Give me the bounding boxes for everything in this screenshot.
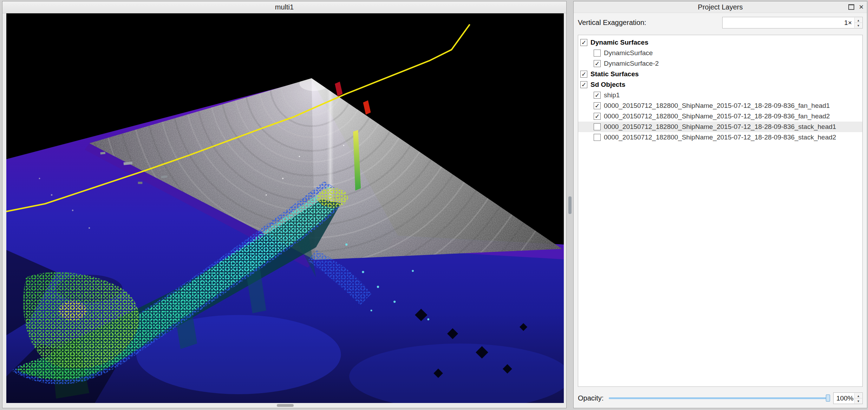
- float-icon[interactable]: [848, 4, 854, 10]
- spin-down-button[interactable]: ▾: [854, 398, 862, 403]
- tree-row-2[interactable]: ✓DynamicSurface-2: [578, 58, 862, 69]
- layer-checkbox[interactable]: ✓: [580, 39, 587, 46]
- close-icon[interactable]: ✕: [859, 4, 864, 10]
- viewport-titlebar[interactable]: multi1: [2, 1, 566, 13]
- layer-label: Sd Objects: [590, 81, 625, 89]
- spin-up-button[interactable]: ▴: [854, 18, 862, 23]
- layer-label: Static Surfaces: [590, 70, 639, 78]
- tree-row-9[interactable]: 0000_20150712_182800_ShipName_2015-07-12…: [578, 132, 862, 143]
- viewport-title: multi1: [275, 3, 294, 11]
- spin-up-button[interactable]: ▴: [854, 393, 862, 398]
- layer-checkbox[interactable]: [594, 50, 601, 57]
- opacity-slider[interactable]: [609, 391, 830, 405]
- splitter-handle[interactable]: [568, 196, 572, 214]
- viewport-hscrollbar[interactable]: [6, 404, 564, 407]
- panel-titlebar[interactable]: Project Layers ✕: [574, 1, 867, 13]
- layer-label: DynamicSurface: [604, 49, 653, 57]
- tree-row-0[interactable]: ✓Dynamic Surfaces: [578, 37, 862, 48]
- tree-row-1[interactable]: DynamicSurface: [578, 48, 862, 58]
- layer-label: 0000_20150712_182800_ShipName_2015-07-12…: [604, 112, 830, 120]
- vertical-exaggeration-spinner: ▴ ▾: [854, 18, 862, 28]
- opacity-slider-handle[interactable]: [826, 395, 830, 402]
- tree-row-7[interactable]: ✓0000_20150712_182800_ShipName_2015-07-1…: [578, 111, 862, 122]
- layer-checkbox[interactable]: ✓: [594, 60, 601, 67]
- layer-checkbox[interactable]: ✓: [594, 92, 601, 99]
- layer-label: ship1: [604, 91, 620, 99]
- 3d-viewport[interactable]: [6, 13, 564, 403]
- tree-row-4[interactable]: ✓Sd Objects: [578, 79, 862, 90]
- opacity-label: Opacity:: [578, 391, 603, 405]
- layer-label: 0000_20150712_182800_ShipName_2015-07-12…: [604, 123, 836, 131]
- viewport-window: multi1: [2, 1, 567, 408]
- 3d-scene[interactable]: [6, 13, 564, 403]
- spin-down-button[interactable]: ▾: [854, 23, 862, 28]
- opacity-value: 100%: [836, 393, 854, 404]
- layer-checkbox[interactable]: [594, 123, 601, 130]
- tree-row-5[interactable]: ✓ship1: [578, 90, 862, 100]
- opacity-spinbox[interactable]: 100% ▴ ▾: [833, 392, 863, 404]
- vertical-exaggeration-label: Vertical Exaggeration:: [578, 16, 646, 29]
- tree-row-8[interactable]: 0000_20150712_182800_ShipName_2015-07-12…: [578, 122, 862, 132]
- panel-title: Project Layers: [698, 3, 743, 11]
- layer-label: 0000_20150712_182800_ShipName_2015-07-12…: [604, 134, 836, 141]
- layer-checkbox[interactable]: ✓: [594, 102, 601, 109]
- vertical-exaggeration-input[interactable]: 1× ▴ ▾: [722, 17, 863, 28]
- layer-checkbox[interactable]: [594, 134, 601, 141]
- layer-checkbox[interactable]: ✓: [580, 71, 587, 78]
- layer-tree: ✓Dynamic SurfacesDynamicSurface✓DynamicS…: [578, 35, 863, 387]
- viewport-hscroll-thumb[interactable]: [277, 404, 294, 407]
- opacity-spinner: ▴ ▾: [854, 393, 862, 403]
- window-splitter[interactable]: [567, 1, 573, 408]
- tree-row-3[interactable]: ✓Static Surfaces: [578, 69, 862, 79]
- layer-label: Dynamic Surfaces: [590, 39, 648, 46]
- opacity-slider-groove[interactable]: [609, 397, 830, 399]
- tree-row-6[interactable]: ✓0000_20150712_182800_ShipName_2015-07-1…: [578, 100, 862, 111]
- layer-checkbox[interactable]: ✓: [580, 81, 587, 88]
- layer-label: DynamicSurface-2: [604, 60, 659, 67]
- vertical-exaggeration-row: Vertical Exaggeration: 1× ▴ ▾: [578, 16, 863, 29]
- project-layers-panel: Project Layers ✕ Vertical Exaggeration: …: [573, 1, 867, 408]
- vertical-exaggeration-value: 1×: [844, 17, 852, 28]
- opacity-row: Opacity: 100% ▴ ▾: [578, 391, 863, 405]
- layer-checkbox[interactable]: ✓: [594, 113, 601, 120]
- layer-label: 0000_20150712_182800_ShipName_2015-07-12…: [604, 102, 830, 110]
